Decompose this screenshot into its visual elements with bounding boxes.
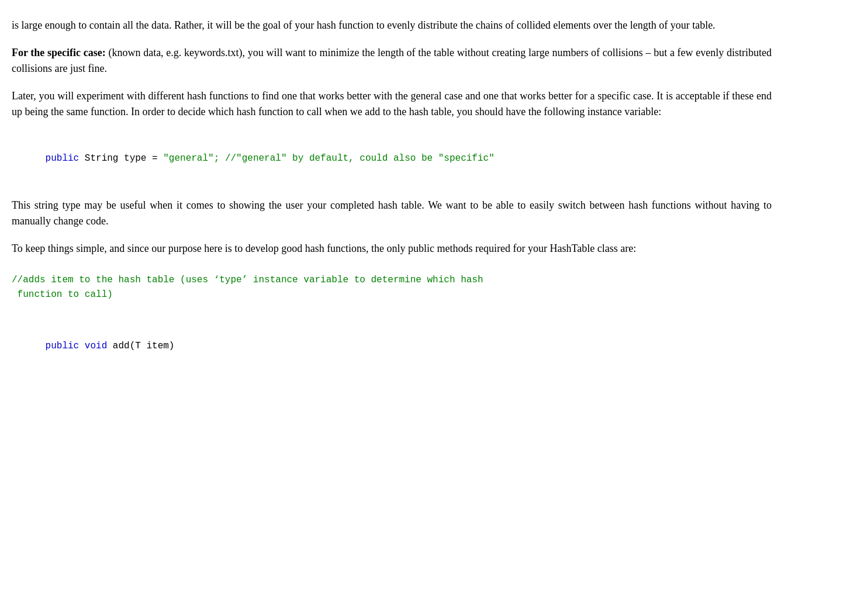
code-comment-line-2: function to call) <box>12 288 772 303</box>
paragraph-5: To keep things simple, and since our pur… <box>12 241 772 257</box>
code-space-1 <box>79 341 85 351</box>
code-block-2: //adds item to the hash table (uses ‘typ… <box>12 268 772 307</box>
code-add-method: add(T item) <box>107 341 174 351</box>
paragraph-4: This string type may be useful when it c… <box>12 198 772 229</box>
paragraph-3: Later, you will experiment with differen… <box>12 88 772 120</box>
code-block-1: public String type = "general"; //"gener… <box>12 131 772 186</box>
keyword-void: void <box>85 341 107 351</box>
code-line-add: public void add(T item) <box>12 324 772 369</box>
code-line-1: public String type = "general"; //"gener… <box>12 136 772 181</box>
string-general: "general" <box>163 153 213 164</box>
code-string-type: String type = <box>79 153 163 164</box>
paragraph-2-rest: (known data, e.g. keywords.txt), you wil… <box>12 47 772 74</box>
keyword-public-2: public <box>46 341 80 351</box>
main-content: is large enough to contain all the data.… <box>12 18 772 373</box>
paragraph-2: For the specific case: (known data, e.g.… <box>12 45 772 77</box>
paragraph-1: is large enough to contain all the data.… <box>12 18 772 33</box>
code-comment-line-1: //adds item to the hash table (uses ‘typ… <box>12 273 772 288</box>
keyword-public-1: public <box>46 153 80 164</box>
code-block-3: public void add(T item) <box>12 319 772 373</box>
bold-label: For the specific case: <box>12 47 106 58</box>
comment-general: ; //"general" by default, could also be … <box>214 153 495 164</box>
